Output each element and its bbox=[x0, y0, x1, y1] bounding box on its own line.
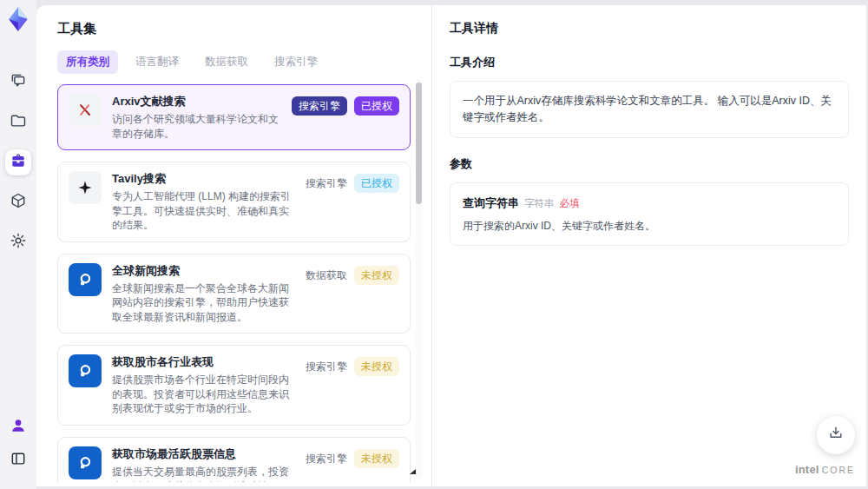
category-badge: 搜索引擎 bbox=[292, 96, 347, 116]
status-badge: 未授权 bbox=[354, 449, 399, 468]
tool-name: Tavily搜索 bbox=[112, 171, 295, 187]
tool-card-most-active-stocks[interactable]: 获取市场最活跃股票信息 提供当天交易量最高的股票列表，投资者可以利用这些信息来识… bbox=[57, 437, 411, 482]
tab-search-engine[interactable]: 搜索引擎 bbox=[266, 50, 326, 74]
tool-list: Arxiv文献搜索 访问各个研究领域大量科学论文和文章的存储库。 搜索引擎 已授… bbox=[57, 84, 431, 482]
param-name: 查询字符串 bbox=[463, 195, 519, 212]
tool-card-global-news[interactable]: 全球新闻搜索 全球新闻搜索是一个聚合全球各大新闻网站内容的搜索引擎，帮助用户快速… bbox=[57, 254, 411, 334]
brand-core: core bbox=[822, 465, 855, 475]
intel-core-logo: intel core bbox=[795, 463, 855, 476]
detail-title: 工具详情 bbox=[450, 21, 849, 36]
status-badge: 已授权 bbox=[354, 174, 399, 193]
news-logo-icon bbox=[69, 263, 102, 296]
param-desc: 用于搜索的Arxiv ID、关键字或作者姓名。 bbox=[463, 218, 836, 234]
brand-intel: intel bbox=[795, 463, 819, 476]
intro-text: 一个用于从Arxiv存储库搜索科学论文和文章的工具。 输入可以是Arxiv ID… bbox=[463, 95, 832, 123]
intro-box: 一个用于从Arxiv存储库搜索科学论文和文章的工具。 输入可以是Arxiv ID… bbox=[450, 81, 849, 138]
user-avatar-icon bbox=[10, 417, 27, 438]
list-scrollbar[interactable] bbox=[416, 78, 422, 478]
sidebar-item-tools[interactable] bbox=[5, 149, 31, 175]
param-required-badge: 必填 bbox=[560, 196, 580, 211]
tool-detail-panel: 工具详情 工具介绍 一个用于从Arxiv存储库搜索科学论文和文章的工具。 输入可… bbox=[432, 5, 866, 486]
param-type: 字符串 bbox=[524, 196, 555, 211]
tool-desc: 专为人工智能代理 (LLM) 构建的搜索引擎工具。可快速提供实时、准确和真实的结… bbox=[112, 189, 295, 233]
category-label: 搜索引擎 bbox=[306, 174, 347, 193]
sidebar-item-models[interactable] bbox=[5, 189, 31, 215]
panel-toggle-icon bbox=[10, 450, 27, 471]
status-badge: 未授权 bbox=[354, 266, 399, 285]
download-icon bbox=[827, 425, 845, 446]
sidebar-item-chat[interactable] bbox=[5, 69, 31, 96]
package-icon bbox=[10, 192, 27, 213]
tool-name: 获取股市各行业表现 bbox=[112, 354, 295, 370]
category-label: 搜索引擎 bbox=[306, 449, 347, 468]
toolset-panel: 工具集 所有类别 语言翻译 数据获取 搜索引擎 Arxiv文献搜索 bbox=[36, 5, 432, 486]
status-badge: 未授权 bbox=[354, 357, 399, 376]
tool-card-sector-performance[interactable]: 获取股市各行业表现 提供股票市场各个行业在特定时间段内的表现。投资者可以利用这些… bbox=[57, 345, 411, 426]
tab-translation[interactable]: 语言翻译 bbox=[127, 50, 187, 74]
sidebar-item-collapse[interactable] bbox=[5, 447, 31, 473]
tool-desc: 提供当天交易量最高的股票列表，投资者可以利用这些信息来识别流动性强的股票和潜在的… bbox=[112, 465, 295, 482]
status-badge: 已授权 bbox=[354, 96, 399, 116]
main-surface: 工具集 所有类别 语言翻译 数据获取 搜索引擎 Arxiv文献搜索 bbox=[36, 5, 866, 486]
app-logo-icon bbox=[6, 7, 30, 31]
gear-icon bbox=[10, 232, 27, 253]
tool-name: Arxiv文献搜索 bbox=[112, 94, 281, 109]
tab-all-categories[interactable]: 所有类别 bbox=[57, 50, 118, 74]
intro-heading: 工具介绍 bbox=[450, 55, 849, 70]
category-label: 数据获取 bbox=[306, 266, 347, 285]
tab-data-fetch[interactable]: 数据获取 bbox=[196, 50, 257, 74]
folder-icon bbox=[10, 112, 27, 133]
tool-desc: 访问各个研究领域大量科学论文和文章的存储库。 bbox=[112, 112, 281, 141]
tavily-star-icon bbox=[69, 171, 102, 204]
nav-rail bbox=[0, 0, 36, 489]
finance-logo-icon bbox=[69, 446, 102, 479]
sidebar-item-files[interactable] bbox=[5, 109, 31, 135]
param-box: 查询字符串 字符串 必填 用于搜索的Arxiv ID、关键字或作者姓名。 bbox=[450, 182, 849, 247]
sidebar-item-profile[interactable] bbox=[5, 414, 31, 440]
tool-name: 获取市场最活跃股票信息 bbox=[112, 446, 295, 462]
chat-icon bbox=[10, 72, 27, 93]
download-button[interactable] bbox=[817, 416, 855, 454]
toolbox-icon bbox=[10, 152, 27, 173]
tool-name: 全球新闻搜索 bbox=[112, 263, 295, 279]
scrollbar-thumb[interactable] bbox=[416, 83, 422, 204]
sidebar-item-settings[interactable] bbox=[5, 229, 31, 255]
params-heading: 参数 bbox=[450, 156, 849, 172]
tool-card-tavily[interactable]: Tavily搜索 专为人工智能代理 (LLM) 构建的搜索引擎工具。可快速提供实… bbox=[57, 162, 411, 242]
finance-logo-icon bbox=[69, 354, 102, 387]
tool-card-arxiv[interactable]: Arxiv文献搜索 访问各个研究领域大量科学论文和文章的存储库。 搜索引擎 已授… bbox=[57, 84, 411, 150]
category-label: 搜索引擎 bbox=[306, 357, 347, 376]
tool-desc: 全球新闻搜索是一个聚合全球各大新闻网站内容的搜索引擎，帮助用户快速获取全球最新资… bbox=[112, 281, 295, 325]
arxiv-icon bbox=[69, 94, 102, 127]
tool-desc: 提供股票市场各个行业在特定时间段内的表现。投资者可以利用这些信息来识别表现优于或… bbox=[112, 373, 295, 416]
category-tabs: 所有类别 语言翻译 数据获取 搜索引擎 bbox=[57, 50, 431, 74]
toolset-title: 工具集 bbox=[57, 21, 431, 37]
app-window: 工具集 所有类别 语言翻译 数据获取 搜索引擎 Arxiv文献搜索 bbox=[0, 0, 868, 489]
scroll-down-marker bbox=[410, 469, 416, 474]
